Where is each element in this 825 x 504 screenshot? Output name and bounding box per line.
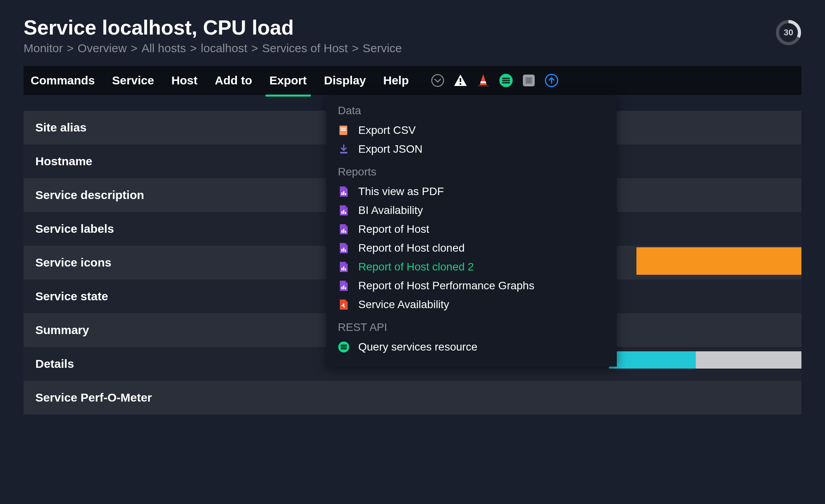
svg-rect-27: [343, 248, 345, 252]
row-label: Service labels: [35, 222, 114, 236]
svg-rect-25: [345, 231, 346, 233]
refresh-countdown[interactable]: 30: [776, 20, 801, 46]
svg-rect-3: [460, 78, 461, 82]
svg-rect-23: [341, 230, 343, 233]
svg-rect-18: [343, 191, 345, 195]
warning-triangle-icon[interactable]: [453, 73, 468, 88]
svg-rect-30: [343, 267, 345, 270]
dropdown-item-report-of-host-cloned-2[interactable]: Report of Host cloned 2: [338, 257, 605, 276]
breadcrumb-item[interactable]: Services of Host: [262, 42, 348, 55]
dropdown-item-label: Service Availability: [358, 298, 449, 311]
dropdown-item-label: Query services resource: [358, 341, 477, 353]
table-row: Service Perf-O-Meter: [24, 381, 801, 415]
chevron-down-circle-icon[interactable]: [430, 73, 445, 88]
row-label: Details: [35, 357, 74, 371]
svg-rect-5: [478, 85, 489, 87]
dropdown-item-bi-availability[interactable]: BI Availability: [338, 201, 605, 220]
dropdown-section-title: Data: [338, 104, 605, 117]
row-label: Service description: [35, 188, 144, 202]
dropdown-item-query-services-resource[interactable]: Query services resource: [338, 338, 605, 356]
breadcrumb-item[interactable]: localhost: [201, 42, 247, 55]
svg-point-2: [432, 75, 444, 86]
dropdown-item-label: Report of Host cloned: [358, 242, 465, 254]
svg-rect-31: [345, 268, 346, 270]
rest-api-green-icon: [338, 341, 350, 353]
stop-square-icon[interactable]: [521, 73, 536, 88]
row-label: Service icons: [35, 256, 111, 269]
export-dropdown: Data Export CSV Export JSON Reports This…: [326, 95, 617, 367]
svg-rect-8: [502, 80, 510, 82]
dropdown-item-report-of-host-cloned[interactable]: Report of Host cloned: [338, 239, 605, 257]
rest-api-green-icon[interactable]: [499, 73, 513, 88]
upload-circle-icon[interactable]: [544, 73, 559, 88]
report-purple-icon: [338, 261, 350, 273]
dropdown-item-export-csv[interactable]: Export CSV: [338, 121, 605, 140]
report-purple-icon: [338, 186, 350, 197]
dropdown-item-label: This view as PDF: [358, 185, 444, 198]
export-json-icon: [338, 143, 350, 155]
report-purple-icon: [338, 242, 350, 254]
breadcrumb-item[interactable]: Service: [363, 42, 402, 55]
page-title: Service localhost, CPU load: [24, 16, 776, 39]
svg-rect-11: [526, 77, 532, 84]
page-header: Service localhost, CPU load Monitor > Ov…: [24, 16, 801, 55]
dropdown-section-title: REST API: [338, 321, 605, 334]
menu-display[interactable]: Display: [324, 67, 366, 94]
row-label: Site alias: [35, 121, 86, 134]
breadcrumb-item[interactable]: Monitor: [24, 42, 63, 55]
refresh-seconds: 30: [776, 20, 801, 46]
menu-export[interactable]: Export: [270, 67, 307, 94]
svg-rect-15: [341, 130, 346, 131]
report-purple-icon: [338, 205, 350, 216]
svg-rect-17: [341, 192, 343, 195]
svg-rect-14: [341, 128, 346, 129]
dropdown-item-label: Report of Host Performance Graphs: [358, 279, 534, 292]
perf-o-meter: [609, 351, 801, 369]
breadcrumb-item[interactable]: Overview: [78, 42, 127, 55]
svg-rect-7: [502, 78, 510, 79]
report-purple-icon: [338, 280, 350, 292]
export-csv-icon: [338, 124, 350, 136]
row-label: Summary: [35, 323, 89, 337]
menu-add-to[interactable]: Add to: [215, 67, 252, 94]
svg-rect-22: [345, 212, 346, 214]
menu-service[interactable]: Service: [112, 67, 154, 94]
dropdown-item-export-json[interactable]: Export JSON: [338, 140, 605, 159]
svg-rect-38: [341, 348, 347, 349]
svg-rect-26: [341, 249, 343, 252]
breadcrumb-item[interactable]: All hosts: [141, 42, 186, 55]
svg-rect-20: [341, 211, 343, 214]
menu-help[interactable]: Help: [383, 67, 409, 94]
svg-rect-29: [341, 268, 343, 270]
traffic-cone-icon[interactable]: [476, 73, 491, 88]
svg-rect-4: [460, 83, 461, 85]
row-label: Service state: [35, 290, 108, 303]
dropdown-item-label: BI Availability: [358, 204, 423, 217]
menu-commands[interactable]: Commands: [31, 67, 95, 94]
dropdown-item-label: Report of Host: [358, 223, 429, 236]
dropdown-item-label: Export JSON: [358, 143, 422, 155]
service-state-badge: [636, 247, 801, 275]
dropdown-item-report-of-host-perf-graphs[interactable]: Report of Host Performance Graphs: [338, 276, 605, 295]
row-label: Service Perf-O-Meter: [35, 391, 152, 404]
svg-rect-9: [502, 82, 510, 84]
svg-rect-37: [341, 347, 347, 348]
menu-host[interactable]: Host: [171, 67, 198, 94]
perf-o-meter-fill: [609, 351, 696, 369]
svg-rect-28: [345, 250, 346, 252]
svg-rect-21: [343, 210, 345, 214]
dropdown-item-report-of-host[interactable]: Report of Host: [338, 220, 605, 239]
pdf-red-icon: [338, 299, 350, 310]
dropdown-item-label: Export CSV: [358, 124, 416, 137]
report-purple-icon: [338, 223, 350, 235]
dropdown-item-service-availability[interactable]: Service Availability: [338, 295, 605, 314]
svg-rect-32: [341, 287, 343, 289]
breadcrumb: Monitor > Overview > All hosts > localho…: [24, 42, 776, 55]
svg-rect-36: [341, 345, 347, 346]
svg-rect-33: [343, 285, 345, 289]
svg-rect-24: [343, 229, 345, 233]
dropdown-section-title: Reports: [338, 166, 605, 178]
dropdown-item-view-as-pdf[interactable]: This view as PDF: [338, 182, 605, 201]
menubar: Commands Service Host Add to Export Disp…: [24, 66, 801, 95]
dropdown-item-label: Report of Host cloned 2: [358, 261, 474, 273]
